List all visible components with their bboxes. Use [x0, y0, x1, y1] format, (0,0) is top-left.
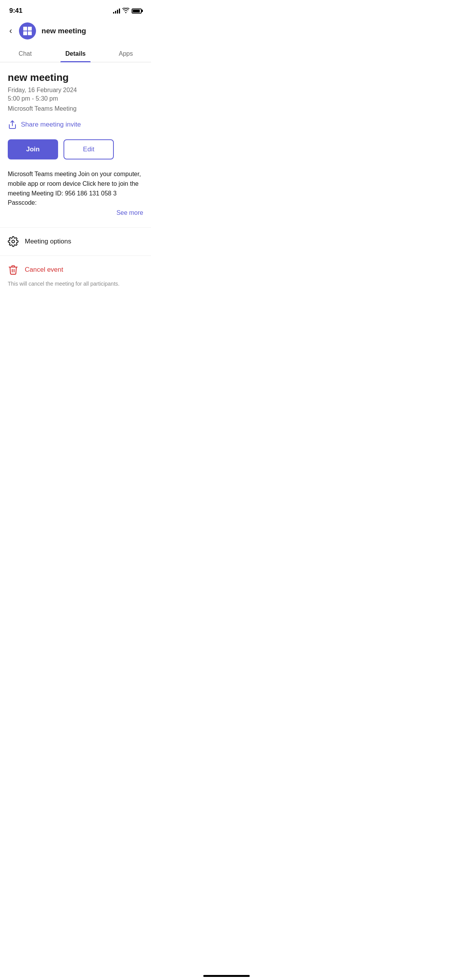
- back-button[interactable]: ‹: [8, 25, 14, 37]
- meeting-title: new meeting: [8, 72, 143, 84]
- cancel-event-label: Cancel event: [25, 266, 63, 274]
- share-label: Share meeting invite: [21, 121, 81, 128]
- tab-apps[interactable]: Apps: [101, 45, 151, 62]
- share-meeting-invite[interactable]: Share meeting invite: [8, 120, 143, 129]
- see-more-button[interactable]: See more: [8, 209, 143, 216]
- meeting-options-row[interactable]: Meeting options: [8, 228, 143, 255]
- status-icons: [113, 8, 142, 14]
- wifi-icon: [122, 8, 129, 14]
- meeting-time: 5:00 pm - 5:30 pm: [8, 95, 143, 102]
- meeting-description: Microsoft Teams meeting Join on your com…: [8, 170, 143, 208]
- gear-icon: [8, 236, 19, 247]
- signal-icon: [113, 8, 120, 14]
- avatar-grid-icon: [23, 27, 32, 35]
- meeting-options-label: Meeting options: [25, 238, 71, 245]
- cancel-note: This will cancel the meeting for all par…: [8, 281, 143, 287]
- action-buttons: Join Edit: [8, 139, 143, 159]
- nav-header: ‹ new meeting: [0, 19, 151, 43]
- meeting-date: Friday, 16 February 2024: [8, 87, 143, 94]
- edit-button[interactable]: Edit: [63, 139, 114, 159]
- status-time: 9:41: [9, 7, 22, 15]
- tab-details[interactable]: Details: [50, 45, 101, 62]
- main-content: new meeting Friday, 16 February 2024 5:0…: [0, 62, 151, 305]
- share-icon: [8, 120, 17, 129]
- svg-point-1: [12, 240, 15, 243]
- tab-bar: Chat Details Apps: [0, 45, 151, 62]
- header-meeting-name: new meeting: [41, 27, 86, 35]
- battery-icon: [132, 9, 142, 14]
- trash-icon: [8, 264, 19, 275]
- meeting-type: Microsoft Teams Meeting: [8, 105, 143, 112]
- meeting-avatar: [19, 22, 36, 39]
- cancel-event-row[interactable]: Cancel event: [8, 256, 143, 278]
- tab-chat[interactable]: Chat: [0, 45, 50, 62]
- join-button[interactable]: Join: [8, 139, 58, 159]
- status-bar: 9:41: [0, 0, 151, 19]
